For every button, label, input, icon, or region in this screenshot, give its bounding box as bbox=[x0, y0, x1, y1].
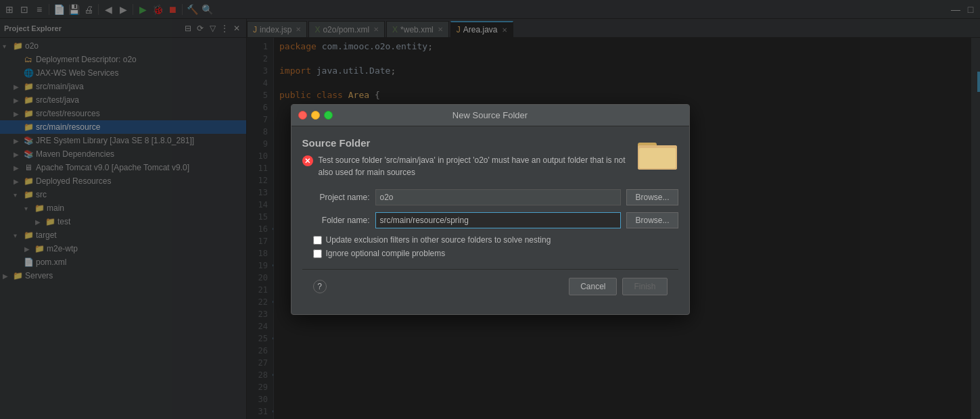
traffic-lights bbox=[298, 111, 333, 120]
new-source-folder-dialog: New Source Folder Source Folder ✕ Test s… bbox=[291, 104, 690, 315]
dialog-overlay: New Source Folder Source Folder ✕ Test s… bbox=[0, 0, 980, 419]
dialog-title: New Source Folder bbox=[452, 110, 528, 120]
checkbox-row-1: Update exclusion filters in other source… bbox=[302, 235, 678, 245]
dialog-titlebar: New Source Folder bbox=[291, 105, 689, 126]
folder-name-input[interactable] bbox=[375, 212, 622, 228]
folder-browse-button[interactable]: Browse... bbox=[626, 212, 678, 228]
help-icon: ? bbox=[317, 282, 322, 291]
project-name-label: Project name: bbox=[302, 193, 370, 202]
error-text: Test source folder 'src/main/java' in pr… bbox=[319, 154, 630, 178]
ignore-compile-checkbox[interactable] bbox=[313, 249, 322, 258]
checkbox-row-2: Ignore optional compile problems bbox=[302, 249, 678, 258]
folder-large-icon bbox=[638, 137, 678, 171]
project-browse-button[interactable]: Browse... bbox=[626, 189, 678, 205]
update-exclusion-label: Update exclusion filters in other source… bbox=[326, 235, 551, 245]
folder-name-label: Folder name: bbox=[302, 216, 370, 225]
maximize-button[interactable] bbox=[324, 111, 333, 120]
dialog-actions: Cancel Finish bbox=[569, 278, 667, 295]
svg-rect-3 bbox=[639, 148, 676, 168]
folder-name-field: Folder name: Browse... bbox=[302, 212, 678, 228]
ignore-compile-label: Ignore optional compile problems bbox=[326, 249, 446, 258]
close-button[interactable] bbox=[298, 111, 307, 120]
update-exclusion-checkbox[interactable] bbox=[313, 236, 322, 245]
finish-button[interactable]: Finish bbox=[622, 278, 667, 295]
error-icon: ✕ bbox=[302, 155, 313, 166]
help-button[interactable]: ? bbox=[313, 280, 327, 293]
dialog-header-section: Source Folder ✕ Test source folder 'src/… bbox=[302, 137, 678, 178]
minimize-button[interactable] bbox=[311, 111, 320, 120]
project-name-input[interactable] bbox=[375, 189, 622, 205]
dialog-footer: ? Cancel Finish bbox=[302, 269, 678, 303]
dialog-section-title: Source Folder bbox=[302, 137, 630, 149]
dialog-error-box: ✕ Test source folder 'src/main/java' in … bbox=[302, 154, 630, 178]
cancel-button[interactable]: Cancel bbox=[569, 278, 617, 295]
dialog-header-left: Source Folder ✕ Test source folder 'src/… bbox=[302, 137, 630, 178]
dialog-body: Source Folder ✕ Test source folder 'src/… bbox=[291, 126, 689, 314]
project-name-field: Project name: Browse... bbox=[302, 189, 678, 205]
